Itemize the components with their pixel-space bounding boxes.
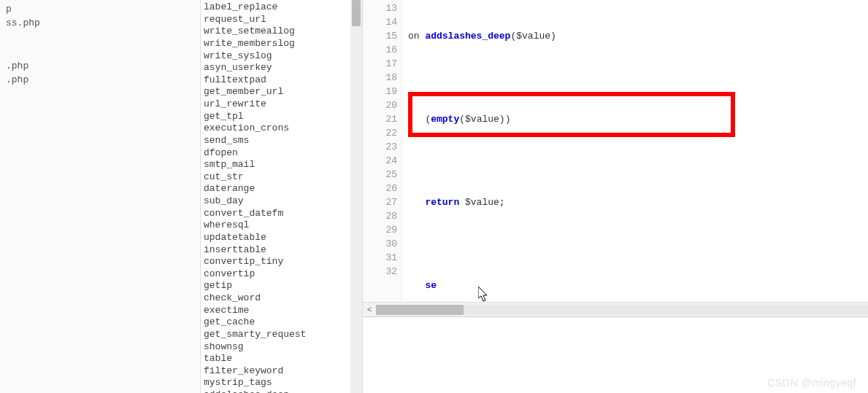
symbol-list-item[interactable]: write_setmeallog xyxy=(204,26,359,38)
vertical-scrollbar[interactable] xyxy=(350,0,362,393)
watermark-text: CSDN @mingyeqf xyxy=(767,377,856,389)
symbol-list-item[interactable]: label_replace xyxy=(204,1,359,14)
symbol-list-item[interactable]: inserttable xyxy=(204,244,359,257)
line-number: 30 xyxy=(363,237,397,251)
line-number: 26 xyxy=(363,182,397,195)
line-number: 23 xyxy=(363,140,397,154)
line-number: 17 xyxy=(363,57,397,71)
symbol-list-item[interactable]: updatetable xyxy=(204,232,359,244)
line-number: 27 xyxy=(363,195,397,209)
text: on xyxy=(408,31,425,42)
symbol-list-item[interactable]: get_smarty_request xyxy=(204,329,359,341)
symbol-list-item[interactable]: filter_keyword xyxy=(204,365,359,378)
file-tree-item[interactable]: p xyxy=(3,3,200,17)
line-number-gutter: 1314151617181920212223242526272829303132 xyxy=(363,0,402,302)
symbol-list-item[interactable]: sub_day xyxy=(204,195,359,208)
symbol-list-item[interactable]: request_url xyxy=(204,14,359,26)
line-number: 20 xyxy=(363,98,397,112)
line-number: 13 xyxy=(363,1,397,15)
symbol-list-item[interactable]: get_member_url xyxy=(204,86,359,98)
horizontal-scrollbar[interactable] xyxy=(376,305,868,315)
text: ($value)) xyxy=(459,114,510,125)
file-tree-pane: p ss.php .php .php xyxy=(0,0,201,393)
keyword: se xyxy=(408,280,437,291)
symbol-list[interactable]: label_replacerequest_urlwrite_setmeallog… xyxy=(201,0,362,393)
code-area[interactable]: 1314151617181920212223242526272829303132… xyxy=(363,0,868,302)
symbol-list-item[interactable]: cut_str xyxy=(204,171,359,184)
file-tree-item[interactable]: .php xyxy=(3,60,200,74)
symbol-list-item[interactable]: mystrip_tags xyxy=(204,377,359,389)
line-number: 32 xyxy=(363,265,397,279)
scrollbar-thumb[interactable] xyxy=(352,0,361,26)
symbol-list-item[interactable]: execution_crons xyxy=(204,122,359,135)
line-number: 22 xyxy=(363,126,397,140)
line-number: 25 xyxy=(363,168,397,182)
symbol-list-item[interactable]: convert_datefm xyxy=(204,208,359,220)
main-area: p ss.php .php .php label_replacerequest_… xyxy=(0,0,868,393)
keyword: return xyxy=(425,197,459,208)
editor-pane: 1314151617181920212223242526272829303132… xyxy=(363,0,868,393)
file-tree-spacer xyxy=(3,31,200,60)
fn-name: addslashes_deep xyxy=(425,31,510,42)
symbol-list-item[interactable]: getip xyxy=(204,280,359,292)
line-number: 18 xyxy=(363,71,397,85)
symbol-list-item[interactable]: table xyxy=(204,353,359,365)
line-number: 29 xyxy=(363,223,397,237)
symbol-list-item[interactable]: daterange xyxy=(204,183,359,195)
line-number: 14 xyxy=(363,15,397,29)
scroll-left-button[interactable]: < xyxy=(363,306,376,314)
text: $value; xyxy=(459,197,504,208)
symbol-list-item[interactable]: convertip xyxy=(204,268,359,281)
mouse-cursor-icon xyxy=(478,287,490,303)
symbol-list-item[interactable]: get_tpl xyxy=(204,111,359,123)
symbol-list-item[interactable]: check_word xyxy=(204,292,359,305)
symbol-list-item[interactable]: smtp_mail xyxy=(204,159,359,171)
line-number: 24 xyxy=(363,154,397,168)
scrollbar-thumb[interactable] xyxy=(376,305,464,315)
text: ($value) xyxy=(510,31,556,42)
symbol-list-item[interactable]: exectime xyxy=(204,305,359,317)
symbol-list-item[interactable]: get_cache xyxy=(204,316,359,329)
symbol-list-item[interactable]: asyn_userkey xyxy=(204,62,359,74)
line-number: 15 xyxy=(363,29,397,43)
symbol-list-item[interactable]: convertip_tiny xyxy=(204,256,359,268)
code-content[interactable]: on addslashes_deep($value) (empty($value… xyxy=(402,0,868,302)
line-number: 21 xyxy=(363,112,397,126)
text xyxy=(408,197,425,208)
line-number: 31 xyxy=(363,251,397,265)
line-number: 28 xyxy=(363,209,397,223)
symbol-list-item[interactable]: wheresql xyxy=(204,219,359,232)
text: ( xyxy=(408,114,431,125)
fn-name: empty xyxy=(431,114,459,125)
line-number: 19 xyxy=(363,85,397,98)
symbol-list-pane: label_replacerequest_urlwrite_setmeallog… xyxy=(201,0,363,393)
symbol-list-item[interactable]: write_syslog xyxy=(204,50,359,63)
file-tree-item[interactable]: .php xyxy=(3,74,200,87)
symbol-list-item[interactable]: dfopen xyxy=(204,147,359,160)
horizontal-scrollbar-row: < xyxy=(363,302,868,316)
symbol-list-item[interactable]: fulltextpad xyxy=(204,74,359,87)
symbol-list-item[interactable]: send_sms xyxy=(204,135,359,147)
symbol-list-item[interactable]: url_rewrite xyxy=(204,98,359,111)
symbol-list-item[interactable]: write_memberslog xyxy=(204,38,359,50)
line-number: 16 xyxy=(363,43,397,57)
file-tree-item[interactable]: ss.php xyxy=(3,17,200,31)
symbol-list-item[interactable]: shownsg xyxy=(204,341,359,354)
symbol-list-item[interactable]: addslashes_deep xyxy=(204,389,359,393)
